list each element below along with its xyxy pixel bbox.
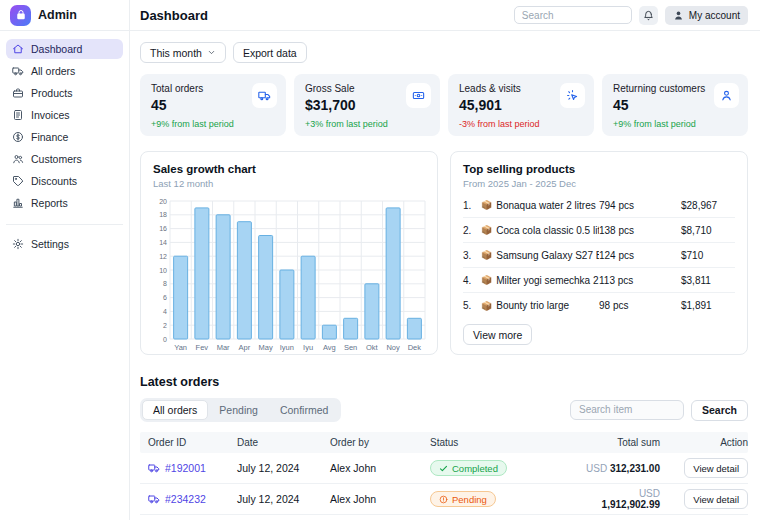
sales-growth-panel: Sales growth chart Last 12 month 0246810… [140,151,438,355]
orders-tabs: All ordersPendingConfirmed [140,398,341,422]
chart-subtitle: Last 12 month [153,178,425,189]
svg-text:Mar: Mar [217,343,230,352]
tab-all-orders[interactable]: All orders [142,400,208,420]
product-amount: $1,891 [681,300,735,311]
order-id-text: #234232 [165,493,206,505]
stat-card-icon-box [714,83,739,108]
top-products-title: Top selling products [463,163,735,175]
my-account-button[interactable]: My account [665,6,748,25]
product-amount: $28,967 [681,200,735,211]
notifications-button[interactable] [639,6,658,25]
order-total: USD 312,231.00 [580,463,660,474]
stat-card-icon-box [560,83,585,108]
truck-icon [258,89,271,102]
content-area: This month Export data Total orders45+9%… [130,31,760,520]
view-detail-button[interactable]: View detail [684,458,748,478]
order-action-cell: View detail [660,489,748,509]
toolbar: This month Export data [140,42,748,63]
sidebar-item-finance[interactable]: Finance [6,127,123,147]
period-dropdown[interactable]: This month [140,42,226,63]
truck-icon [148,462,160,474]
stat-cards-row: Total orders45+9% from last periodGross … [140,74,748,136]
package-icon: 📦 [481,301,492,311]
sidebar-item-label: Reports [31,197,68,209]
sidebar-nav: DashboardAll ordersProductsInvoicesFinan… [0,31,129,215]
svg-text:2: 2 [163,322,167,329]
order-id-text: #192001 [165,462,206,474]
product-name-text: Samsung Galaxy S27 Black [496,250,599,261]
svg-text:4: 4 [163,308,167,315]
column-header-action: Action [660,437,748,448]
product-qty: 794 pcs [599,200,681,211]
sidebar-item-invoices[interactable]: Invoices [6,105,123,125]
person-filled-icon [673,10,684,21]
orders-table-body: #192001July 12, 2024Alex JohnCompletedUS… [140,453,748,515]
product-name: 📦Milter yogi semechka 2 litrs [481,275,599,286]
svg-text:Sen: Sen [344,343,357,352]
order-status-cell: Completed [430,460,580,476]
sidebar-item-label: Discounts [31,175,77,187]
chart-bar [322,325,336,339]
top-products-subtitle: From 2025 Jan - 2025 Dec [463,178,735,189]
sidebar-item-label: Products [31,87,72,99]
product-amount: $3,811 [681,275,735,286]
stat-card-total-orders: Total orders45+9% from last period [140,74,286,136]
svg-text:Yan: Yan [174,343,187,352]
top-products-panel: Top selling products From 2025 Jan - 202… [450,151,748,355]
truck-icon [12,65,24,77]
orders-controls: All ordersPendingConfirmed Search [140,398,748,422]
svg-text:Dek: Dek [408,343,422,352]
sidebar-item-label: Dashboard [31,43,82,55]
sidebar-item-dashboard[interactable]: Dashboard [6,39,123,59]
chart-bar [216,215,230,339]
my-account-label: My account [689,10,740,21]
order-id-link[interactable]: #192001 [140,462,237,474]
product-name: 📦Bonaqua water 2 litres [481,200,599,211]
cursor-click-icon [566,89,579,102]
chart-bar [174,256,188,339]
alert-circle-icon [439,495,448,504]
product-row: 5.📦Bounty trio large98 pcs$1,891 [463,293,735,318]
column-header-order-id: Order ID [140,437,237,448]
product-rank: 4. [463,275,481,286]
order-search-button[interactable]: Search [691,400,748,421]
order-date: July 12, 2024 [237,493,330,505]
orders-table-header: Order IDDateOrder byStatusTotal sumActio… [140,432,748,453]
panels-row: Sales growth chart Last 12 month 0246810… [140,151,748,355]
product-row: 3.📦Samsung Galaxy S27 Black124 pcs$710 [463,243,735,268]
export-data-label: Export data [243,47,297,59]
svg-text:20: 20 [159,198,167,205]
sidebar-item-customers[interactable]: Customers [6,149,123,169]
export-data-button[interactable]: Export data [233,42,307,63]
order-search-input[interactable] [570,400,684,420]
order-id-link[interactable]: #234232 [140,493,237,505]
view-more-button[interactable]: View more [463,324,532,345]
stat-card-delta: +9% from last period [613,119,737,129]
tab-pending[interactable]: Pending [208,400,269,420]
product-amount: $710 [681,250,735,261]
sidebar-item-label: All orders [31,65,75,77]
topbar: Dashboard My account [130,0,760,31]
chart-title: Sales growth chart [153,163,425,175]
page-title: Dashboard [140,8,208,23]
product-name: 📦Samsung Galaxy S27 Black [481,250,599,261]
orders-table: Order IDDateOrder byStatusTotal sumActio… [140,432,748,515]
sidebar-item-products[interactable]: Products [6,83,123,103]
svg-text:10: 10 [159,267,167,274]
product-name-text: Bounty trio large [496,300,569,311]
column-header-total-sum: Total sum [580,437,660,448]
search-input[interactable] [514,6,632,24]
view-detail-button[interactable]: View detail [684,489,748,509]
svg-text:16: 16 [159,225,167,232]
sidebar-item-discounts[interactable]: Discounts [6,171,123,191]
sidebar-item-all-orders[interactable]: All orders [6,61,123,81]
status-label: Completed [452,463,498,474]
order-status-cell: Pending [430,491,580,507]
order-action-cell: View detail [660,458,748,478]
home-icon [12,43,24,55]
shopping-bag-icon [10,5,31,26]
column-header-status: Status [430,437,580,448]
sidebar-item-settings[interactable]: Settings [6,234,123,254]
tab-confirmed[interactable]: Confirmed [269,400,339,420]
sidebar-item-reports[interactable]: Reports [6,193,123,213]
